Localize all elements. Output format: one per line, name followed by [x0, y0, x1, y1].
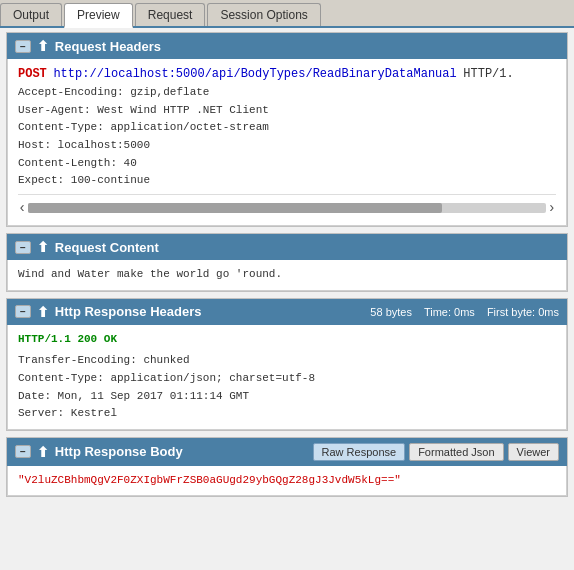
request-line: POST http://localhost:5000/api/BodyTypes… — [18, 65, 556, 84]
request-content-section: − ⬆ Request Content Wind and Water make … — [6, 233, 568, 292]
scrollbar-track — [28, 203, 545, 213]
req-header-3: Host: localhost:5000 — [18, 137, 556, 155]
request-headers-header: − ⬆ Request Headers — [7, 33, 567, 59]
response-headers-collapse[interactable]: − — [15, 305, 31, 318]
resp-header-2: Date: Mon, 11 Sep 2017 01:11:14 GMT — [18, 388, 556, 406]
request-content-header: − ⬆ Request Content — [7, 234, 567, 260]
response-body-buttons: Raw Response Formatted Json Viewer — [313, 443, 559, 461]
req-header-1: User-Agent: West Wind HTTP .NET Client — [18, 102, 556, 120]
response-headers-icon: ⬆ — [37, 304, 49, 320]
request-content-title: Request Content — [55, 240, 159, 255]
scrollbar-thumb — [28, 203, 442, 213]
request-headers-icon: ⬆ — [37, 38, 49, 54]
request-content-collapse[interactable]: − — [15, 241, 31, 254]
response-body-title: Http Response Body — [55, 444, 183, 459]
tab-output[interactable]: Output — [0, 3, 62, 26]
tab-session-options[interactable]: Session Options — [207, 3, 320, 26]
request-headers-scroll[interactable]: POST http://localhost:5000/api/BodyTypes… — [18, 65, 556, 190]
response-headers-meta: 58 bytes Time: 0ms First byte: 0ms — [370, 306, 559, 318]
request-headers-scrollbar[interactable]: ‹ › — [18, 194, 556, 219]
request-headers-section: − ⬆ Request Headers POST http://localhos… — [6, 32, 568, 227]
resp-header-0: Transfer-Encoding: chunked — [18, 352, 556, 370]
request-url: http://localhost:5000/api/BodyTypes/Read… — [53, 67, 456, 81]
response-status: HTTP/1.1 200 OK — [18, 331, 556, 349]
tab-bar: Output Preview Request Session Options — [0, 0, 574, 28]
request-content-icon: ⬆ — [37, 239, 49, 255]
response-body-section: − ⬆ Http Response Body Raw Response Form… — [6, 437, 568, 498]
response-first-byte: First byte: 0ms — [487, 306, 559, 318]
response-body-header: − ⬆ Http Response Body Raw Response Form… — [7, 438, 567, 466]
formatted-json-button[interactable]: Formatted Json — [409, 443, 503, 461]
request-headers-title: Request Headers — [55, 39, 161, 54]
request-method: POST — [18, 67, 47, 81]
response-bytes: 58 bytes — [370, 306, 412, 318]
response-headers-title: Http Response Headers — [55, 304, 202, 319]
scroll-right-icon[interactable]: › — [548, 197, 556, 219]
request-content-body: Wind and Water make the world go 'round. — [7, 260, 567, 291]
request-headers-content: POST http://localhost:5000/api/BodyTypes… — [7, 59, 567, 226]
tab-request[interactable]: Request — [135, 3, 206, 26]
request-headers-collapse[interactable]: − — [15, 40, 31, 53]
tab-preview[interactable]: Preview — [64, 3, 133, 28]
request-content-text: Wind and Water make the world go 'round. — [18, 266, 556, 284]
resp-header-3: Server: Kestrel — [18, 405, 556, 423]
response-headers-section: − ⬆ Http Response Headers 58 bytes Time:… — [6, 298, 568, 431]
response-body-content: "V2luZCBhbmQgV2F0ZXIgbWFrZSB0aGUgd29ybGQ… — [7, 466, 567, 497]
raw-response-button[interactable]: Raw Response — [313, 443, 406, 461]
scroll-left-icon[interactable]: ‹ — [18, 197, 26, 219]
response-body-text: "V2luZCBhbmQgV2F0ZXIgbWFrZSB0aGUgd29ybGQ… — [18, 472, 556, 490]
resp-header-1: Content-Type: application/json; charset=… — [18, 370, 556, 388]
request-version: HTTP/1. — [463, 67, 513, 81]
req-header-0: Accept-Encoding: gzip,deflate — [18, 84, 556, 102]
req-header-4: Content-Length: 40 — [18, 155, 556, 173]
response-body-icon: ⬆ — [37, 444, 49, 460]
response-time: Time: 0ms — [424, 306, 475, 318]
req-header-5: Expect: 100-continue — [18, 172, 556, 190]
response-headers-header: − ⬆ Http Response Headers 58 bytes Time:… — [7, 299, 567, 325]
viewer-button[interactable]: Viewer — [508, 443, 559, 461]
main-content: − ⬆ Request Headers POST http://localhos… — [0, 28, 574, 501]
response-body-collapse[interactable]: − — [15, 445, 31, 458]
req-header-2: Content-Type: application/octet-stream — [18, 119, 556, 137]
response-headers-content: HTTP/1.1 200 OK Transfer-Encoding: chunk… — [7, 325, 567, 430]
